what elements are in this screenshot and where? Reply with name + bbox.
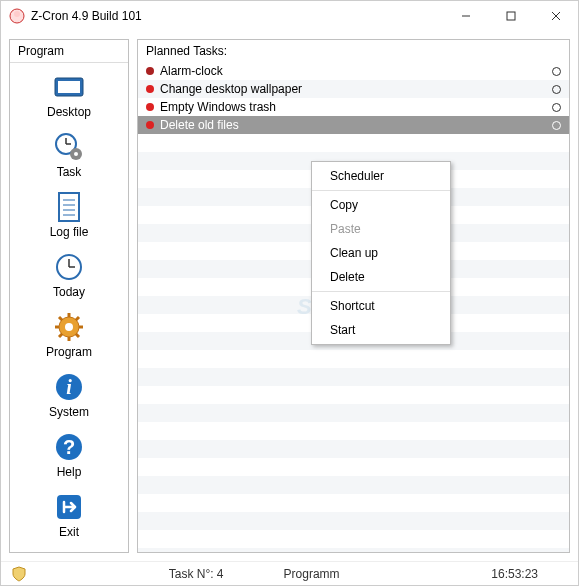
ring-icon <box>552 67 561 76</box>
titlebar: Z-Cron 4.9 Build 101 <box>1 1 578 31</box>
maximize-button[interactable] <box>488 1 533 31</box>
ring-icon <box>552 103 561 112</box>
sidebar-item-desktop[interactable]: Desktop <box>10 67 128 127</box>
task-row[interactable]: Delete old files <box>138 116 569 134</box>
window-buttons <box>443 1 578 31</box>
status-bullet-icon <box>146 103 154 111</box>
task-row[interactable]: Empty Windows trash <box>138 98 569 116</box>
tasks-header: Planned Tasks: <box>138 40 569 62</box>
menu-item-clean-up[interactable]: Clean up <box>312 241 450 265</box>
ring-icon <box>552 85 561 94</box>
sidebar-item-label: System <box>10 405 128 419</box>
sidebar-item-label: Today <box>10 285 128 299</box>
svg-point-1 <box>14 11 20 17</box>
status-program: Programm <box>284 567 340 581</box>
svg-point-22 <box>65 323 73 331</box>
clock-icon <box>53 251 85 283</box>
svg-rect-3 <box>507 12 515 20</box>
sidebar-item-label: Desktop <box>10 105 128 119</box>
sidebar-item-system[interactable]: i System <box>10 367 128 427</box>
window-title: Z-Cron 4.9 Build 101 <box>31 9 443 23</box>
logfile-icon <box>53 191 85 223</box>
info-icon: i <box>53 371 85 403</box>
menu-item-start[interactable]: Start <box>312 318 450 342</box>
menu-item-delete[interactable]: Delete <box>312 265 450 289</box>
svg-line-27 <box>59 317 62 320</box>
svg-point-12 <box>74 152 78 156</box>
sidebar-header: Program <box>10 40 128 63</box>
menu-item-scheduler[interactable]: Scheduler <box>312 164 450 188</box>
clock-gear-icon <box>53 131 85 163</box>
svg-line-30 <box>76 317 79 320</box>
svg-text:?: ? <box>63 436 75 458</box>
sidebar-item-logfile[interactable]: Log file <box>10 187 128 247</box>
help-icon: ? <box>53 431 85 463</box>
client-area: Program Desktop Task <box>1 31 578 561</box>
app-icon <box>9 8 25 24</box>
status-bullet-icon <box>146 121 154 129</box>
statusbar: Task N°: 4 Programm 16:53:23 <box>1 561 578 585</box>
svg-text:i: i <box>66 376 72 398</box>
task-label: Empty Windows trash <box>160 100 552 114</box>
sidebar-item-help[interactable]: ? Help <box>10 427 128 487</box>
menu-item-shortcut[interactable]: Shortcut <box>312 294 450 318</box>
desktop-icon <box>53 71 85 103</box>
exit-icon <box>53 491 85 523</box>
menu-item-copy[interactable]: Copy <box>312 193 450 217</box>
close-button[interactable] <box>533 1 578 31</box>
task-row[interactable]: Change desktop wallpaper <box>138 80 569 98</box>
app-window: Z-Cron 4.9 Build 101 Program Desktop <box>0 0 579 586</box>
menu-separator <box>312 190 450 191</box>
svg-rect-13 <box>59 193 79 221</box>
menu-item-paste: Paste <box>312 217 450 241</box>
minimize-button[interactable] <box>443 1 488 31</box>
shield-icon <box>11 566 27 582</box>
menu-separator <box>312 291 450 292</box>
sidebar-item-label: Log file <box>10 225 128 239</box>
sidebar-item-label: Program <box>10 345 128 359</box>
ring-icon <box>552 121 561 130</box>
sidebar-item-today[interactable]: Today <box>10 247 128 307</box>
svg-line-29 <box>59 334 62 337</box>
context-menu: SchedulerCopyPasteClean upDeleteShortcut… <box>311 161 451 345</box>
status-time: 16:53:23 <box>491 567 538 581</box>
sidebar-item-label: Task <box>10 165 128 179</box>
task-label: Delete old files <box>160 118 552 132</box>
svg-rect-7 <box>58 81 80 93</box>
sidebar-item-task[interactable]: Task <box>10 127 128 187</box>
task-row[interactable]: Alarm-clock <box>138 62 569 80</box>
sidebar-item-exit[interactable]: Exit <box>10 487 128 547</box>
sidebar-item-program[interactable]: Program <box>10 307 128 367</box>
status-bullet-icon <box>146 85 154 93</box>
task-label: Change desktop wallpaper <box>160 82 552 96</box>
status-task-count: Task N°: 4 <box>169 567 224 581</box>
sidebar: Program Desktop Task <box>9 39 129 553</box>
sidebar-items: Desktop Task Log file <box>10 63 128 547</box>
svg-line-28 <box>76 334 79 337</box>
gear-icon <box>53 311 85 343</box>
status-bullet-icon <box>146 67 154 75</box>
task-label: Alarm-clock <box>160 64 552 78</box>
sidebar-item-label: Exit <box>10 525 128 539</box>
sidebar-item-label: Help <box>10 465 128 479</box>
